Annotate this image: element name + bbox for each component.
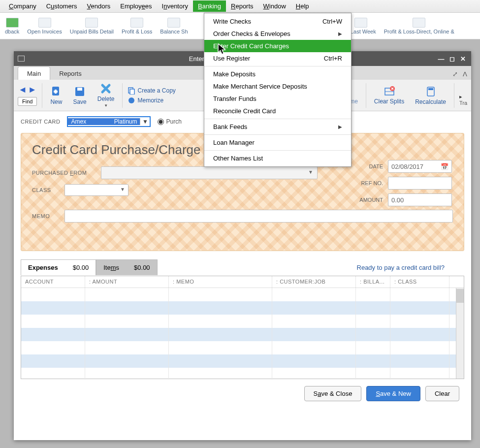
- scrollbar[interactable]: [456, 288, 464, 379]
- refno-label: REF NO.: [361, 180, 383, 186]
- doc-icon: [38, 18, 51, 28]
- save-close-button[interactable]: Save & Close: [304, 386, 362, 401]
- menu-item-other-names-list[interactable]: Other Names List: [204, 152, 351, 164]
- menu-vendors[interactable]: Vendors: [82, 0, 116, 12]
- footer: Save & Close Save & New Clear: [21, 379, 464, 405]
- expenses-grid: ACCOUNT : AMOUNT : MEMO : CUSTOMER:JOB :…: [21, 276, 464, 379]
- banking-dropdown: Write ChecksCtrl+WOrder Checks & Envelop…: [204, 13, 352, 167]
- menu-item-bank-feeds[interactable]: Bank Feeds▶: [204, 121, 351, 133]
- minimize-button[interactable]: —: [437, 55, 446, 63]
- next-icon[interactable]: ►: [28, 85, 37, 95]
- tb-unpaid-bills[interactable]: Unpaid Bills Detail: [67, 17, 117, 35]
- ribbon-more[interactable]: ▸Tra: [459, 94, 467, 108]
- new-icon: [50, 86, 62, 97]
- create-copy-button[interactable]: Create a Copy: [128, 87, 175, 95]
- save-button[interactable]: Save: [70, 86, 89, 105]
- menu-window[interactable]: Window: [258, 0, 291, 12]
- refno-input[interactable]: [388, 177, 452, 190]
- maximize-button[interactable]: ◻: [448, 55, 456, 63]
- tab-items[interactable]: Items$0.00: [96, 259, 157, 275]
- credit-card-label: CREDIT CARD: [21, 119, 60, 125]
- menu-item-enter-credit-card-charges[interactable]: Enter Credit Card Charges: [204, 40, 351, 52]
- table-row[interactable]: [21, 341, 464, 354]
- col-memo[interactable]: : MEMO: [169, 276, 272, 288]
- menu-customers[interactable]: Customers: [41, 0, 82, 12]
- memorize-icon: [128, 96, 135, 104]
- amount-input[interactable]: 0.00: [388, 193, 452, 206]
- class-label: CLASS: [32, 187, 60, 193]
- recalculate-button[interactable]: Recalculate: [412, 86, 449, 105]
- menu-item-reconcile-credit-card[interactable]: Reconcile Credit Card: [204, 105, 351, 117]
- table-row[interactable]: [21, 315, 464, 328]
- memo-input[interactable]: [64, 210, 453, 223]
- doc-icon: [85, 18, 98, 28]
- memorize-button[interactable]: Memorize: [128, 96, 175, 104]
- tab-expenses[interactable]: Expenses$0.00: [21, 259, 96, 275]
- tb-dback[interactable]: dback: [2, 17, 22, 35]
- menu-item-use-register[interactable]: Use RegisterCtrl+R: [204, 52, 351, 64]
- menu-banking[interactable]: Banking: [193, 0, 226, 12]
- close-button[interactable]: ✕: [458, 55, 467, 63]
- table-row[interactable]: [21, 288, 464, 301]
- find-button[interactable]: Find: [18, 97, 37, 106]
- svg-rect-6: [130, 89, 134, 95]
- svg-point-7: [128, 97, 134, 103]
- collapse-icon[interactable]: ᐱ: [463, 70, 467, 78]
- ready-pay-link[interactable]: Ready to pay a credit card bill?: [357, 264, 445, 271]
- credit-card-select[interactable]: AmexPlatinum ▼: [67, 116, 151, 127]
- tb-open-invoices[interactable]: Open Invoices: [24, 17, 64, 35]
- col-billable[interactable]: : BILLA...: [356, 276, 390, 288]
- calendar-icon[interactable]: 📅: [441, 163, 448, 170]
- save-new-button[interactable]: Save & New: [366, 386, 420, 401]
- col-class[interactable]: : CLASS: [390, 276, 449, 288]
- clear-button[interactable]: Clear: [425, 386, 459, 401]
- menu-item-loan-manager[interactable]: Loan Manager: [204, 136, 351, 149]
- menu-item-write-checks[interactable]: Write ChecksCtrl+W: [204, 15, 351, 28]
- col-account[interactable]: ACCOUNT: [21, 276, 85, 288]
- chat-icon: [6, 18, 19, 28]
- tb-balance[interactable]: Balance Sh: [157, 17, 191, 35]
- clear-splits-button[interactable]: Clear Splits: [371, 86, 407, 105]
- tb-profit-loss[interactable]: Profit & Loss: [119, 17, 155, 35]
- prev-icon[interactable]: ◄: [18, 85, 27, 95]
- doc-icon: [130, 18, 143, 28]
- table-row[interactable]: [21, 328, 464, 341]
- doc-icon: [354, 18, 367, 28]
- menu-item-make-deposits[interactable]: Make Deposits: [204, 68, 351, 80]
- tab-reports[interactable]: Reports: [50, 67, 91, 80]
- menu-item-transfer-funds[interactable]: Transfer Funds: [204, 93, 351, 105]
- clear-splits-icon: [384, 86, 395, 97]
- tab-main[interactable]: Main: [18, 66, 50, 80]
- menu-reports[interactable]: Reports: [226, 0, 258, 12]
- col-customer[interactable]: : CUSTOMER:JOB: [272, 276, 356, 288]
- purchased-from-label: PURCHASED FROM: [32, 170, 96, 176]
- copy-icon: [128, 87, 135, 95]
- table-row[interactable]: [21, 354, 464, 368]
- menu-item-make-merchant-service-deposits[interactable]: Make Merchant Service Deposits: [204, 80, 351, 93]
- date-input[interactable]: 02/08/2017📅: [388, 160, 452, 173]
- menu-company[interactable]: Company: [4, 0, 41, 12]
- table-row[interactable]: [21, 301, 464, 315]
- doc-icon: [413, 18, 425, 28]
- save-icon: [74, 86, 86, 97]
- class-select[interactable]: [64, 184, 128, 196]
- chevron-down-icon: ▼: [140, 118, 150, 125]
- purchased-from-select[interactable]: [101, 166, 318, 179]
- menu-help[interactable]: Help: [291, 0, 314, 12]
- delete-button[interactable]: Delete▼: [95, 83, 118, 108]
- grid-header: ACCOUNT : AMOUNT : MEMO : CUSTOMER:JOB :…: [21, 276, 464, 288]
- svg-rect-13: [428, 88, 433, 90]
- menu-employees[interactable]: Employees: [115, 0, 157, 12]
- calculator-icon: [425, 86, 437, 97]
- window-menu-icon[interactable]: [18, 56, 25, 62]
- new-button[interactable]: New: [47, 86, 65, 105]
- expand-icon[interactable]: ⤢: [452, 70, 458, 78]
- purchase-radio[interactable]: Purch: [158, 118, 181, 125]
- menu-inventory[interactable]: Inventory: [157, 0, 193, 12]
- table-row[interactable]: [21, 368, 464, 380]
- grid-body[interactable]: [21, 288, 464, 380]
- doc-icon: [167, 18, 180, 28]
- tb-pl-direct[interactable]: Profit & Loss-Direct, Online &: [381, 17, 457, 35]
- col-amount[interactable]: : AMOUNT: [85, 276, 169, 288]
- menu-item-order-checks-envelopes[interactable]: Order Checks & Envelopes▶: [204, 28, 351, 40]
